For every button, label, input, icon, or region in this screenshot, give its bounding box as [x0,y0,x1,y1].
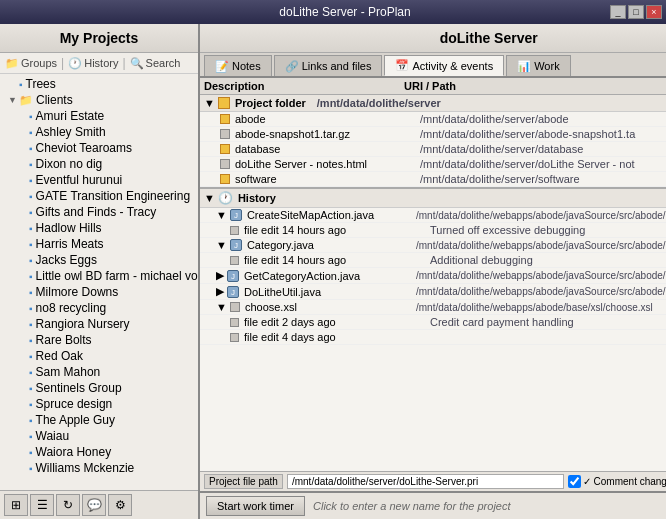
grid-view-button[interactable]: ⊞ [4,494,28,516]
tree-item-ashley[interactable]: ▪ Ashley Smith [0,124,198,140]
tree-item-cheviot[interactable]: ▪ Cheviot Tearoams [0,140,198,156]
collapse-icon: ▼ [204,97,215,109]
search-icon: 🔍 [130,57,144,70]
tree-item-hadlow[interactable]: ▪ Hadlow Hills [0,220,198,236]
tree-item-rare[interactable]: ▪ Rare Bolts [0,332,198,348]
history-button[interactable]: 🕐 History [68,57,118,70]
tree-item-waiau[interactable]: ▪ Waiau [0,428,198,444]
folder-icon [220,174,230,184]
table-body: ▼ Project folder /mnt/data/dolithe/serve… [200,95,666,471]
table-row[interactable]: file edit 4 days ago [200,330,666,345]
java-icon: J [227,270,239,282]
comment-checkbox[interactable] [568,475,581,488]
tree-item-no8[interactable]: ▪ no8 recycling [0,300,198,316]
table-row[interactable]: abode-snapshot1.tar.gz /mnt/data/dolithe… [200,127,666,142]
window-controls[interactable]: _ □ × [610,5,666,19]
table-row[interactable]: database /mnt/data/dolithe/server/databa… [200,142,666,157]
tab-bar: 📝 Notes 🔗 Links and files 📅 Activity & e… [200,53,666,78]
right-panel-header: doLithe Server [200,24,666,53]
java-icon: J [230,209,242,221]
tree-item-apple[interactable]: ▪ The Apple Guy [0,412,198,428]
table-row[interactable]: ▶ J DoLitheUtil.java /mnt/data/dolithe/w… [200,284,666,300]
tree-item-redoak[interactable]: ▪ Red Oak [0,348,198,364]
project-folder-section[interactable]: ▼ Project folder /mnt/data/dolithe/serve… [200,95,666,112]
list-view-button[interactable]: ☰ [30,494,54,516]
file-icon [220,159,230,169]
path-value: /mnt/data/dolithe/server/doLithe-Server.… [287,474,564,489]
tree-item-waiora[interactable]: ▪ Waiora Honey [0,444,198,460]
table-row[interactable]: doLithe Server - notes.html /mnt/data/do… [200,157,666,172]
start-work-timer-button[interactable]: Start work timer [206,496,305,516]
file-icon [230,302,240,312]
search-button[interactable]: 🔍 Search [130,57,181,70]
tab-notes[interactable]: 📝 Notes [204,55,272,76]
file-icon [230,226,239,235]
folder-icon: 📁 [19,94,33,107]
table-row[interactable]: ▼ J Category.java /mnt/data/dolithe/weba… [200,238,666,253]
groups-icon: 📁 [5,57,19,70]
tree-item-dixon[interactable]: ▪ Dixon no dig [0,156,198,172]
table-row[interactable]: abode /mnt/data/dolithe/server/abode [200,112,666,127]
left-toolbar: 📁 Groups | 🕐 History | 🔍 Search [0,53,198,74]
folder-icon [220,114,230,124]
tree-item-sam[interactable]: ▪ Sam Mahon [0,364,198,380]
tree-item-williams[interactable]: ▪ Williams Mckenzie [0,460,198,476]
expand-icon: ▶ [216,285,224,298]
path-label: Project file path [204,474,283,489]
tree-item-amuri[interactable]: ▪ Amuri Estate [0,108,198,124]
java-icon: J [230,239,242,251]
file-icon [220,129,230,139]
expand-icon: ▼ [216,239,227,251]
left-panel: My Projects 📁 Groups | 🕐 History | 🔍 Sea… [0,24,200,519]
table-row[interactable]: ▼ choose.xsl /mnt/data/dolithe/webapps/a… [200,300,666,315]
table-row[interactable]: file edit 14 hours ago Additional debugg… [200,253,666,268]
minimize-button[interactable]: _ [610,5,626,19]
tree-item-gate[interactable]: ▪ GATE Transition Engineering [0,188,198,204]
table-row[interactable]: file edit 14 hours ago Turned off excess… [200,223,666,238]
action-bar: Start work timer Click to enter a new na… [200,491,666,519]
tree-item-clients[interactable]: ▼ 📁 Clients [0,92,198,108]
table-row[interactable]: software /mnt/data/dolithe/server/softwa… [200,172,666,187]
expand-icon: ▼ [8,95,16,105]
collapse-icon: ▼ [204,192,215,204]
folder-icon [218,97,230,109]
table-row[interactable]: ▼ J CreateSiteMapAction.java /mnt/data/d… [200,208,666,223]
file-icon [230,333,239,342]
tab-links[interactable]: 🔗 Links and files [274,55,383,76]
tab-activity[interactable]: 📅 Activity & events [384,55,504,76]
refresh-button[interactable]: ↻ [56,494,80,516]
table-row[interactable]: file edit 2 days ago Credit card payment… [200,315,666,330]
table-header: Description URI / Path Changed [200,78,666,95]
tree-item-harris[interactable]: ▪ Harris Meats [0,236,198,252]
settings-button[interactable]: ⚙ [108,494,132,516]
history-icon: 🕐 [218,191,233,205]
groups-button[interactable]: 📁 Groups [5,57,57,70]
tree-item-jacks[interactable]: ▪ Jacks Eggs [0,252,198,268]
tree-item-milmore[interactable]: ▪ Milmore Downs [0,284,198,300]
window-title: doLithe Server - ProPlan [80,5,610,19]
expand-icon: ▶ [216,269,224,282]
tree-item-trees[interactable]: ▪ Trees [0,76,198,92]
file-icon [230,256,239,265]
tree-item-gifts[interactable]: ▪ Gifts and Finds - Tracy [0,204,198,220]
tree-item-rangiora[interactable]: ▪ Rangiora Nursery [0,316,198,332]
expand-icon: ▼ [216,209,227,221]
file-icon [230,318,239,327]
bottom-path-bar: Project file path /mnt/data/dolithe/serv… [200,471,666,491]
maximize-button[interactable]: □ [628,5,644,19]
content-table: Description URI / Path Changed ▼ Project… [200,78,666,471]
col-description: Description [204,80,404,92]
tab-work[interactable]: 📊 Work [506,55,570,76]
content-area: Description URI / Path Changed ▼ Project… [200,78,666,519]
tree-item-spruce[interactable]: ▪ Spruce design [0,396,198,412]
tree-item-sentinels[interactable]: ▪ Sentinels Group [0,380,198,396]
history-section[interactable]: ▼ 🕐 History [200,187,666,208]
tree-item-littleowl[interactable]: ▪ Little owl BD farm - michael vo [0,268,198,284]
java-icon: J [227,286,239,298]
notes-icon: 📝 [215,60,229,73]
tree-item-eventful[interactable]: ▪ Eventful hurunui [0,172,198,188]
table-row[interactable]: ▶ J GetCategoryAction.java /mnt/data/dol… [200,268,666,284]
comment-changes-checkbox[interactable]: ✓ Comment changes [568,475,666,488]
chat-button[interactable]: 💬 [82,494,106,516]
close-button[interactable]: × [646,5,662,19]
